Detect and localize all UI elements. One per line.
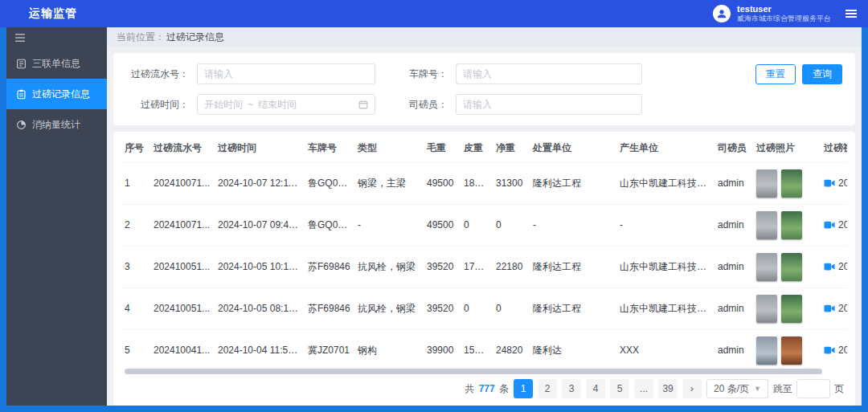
col-seq: 序号 xyxy=(121,135,150,162)
reset-button[interactable]: 重置 xyxy=(755,64,796,84)
page-size-select[interactable]: 20 条/页 ▼ xyxy=(706,379,768,398)
page-button-more[interactable]: ... xyxy=(634,379,653,398)
pie-chart-icon xyxy=(16,120,27,130)
weigh-photo-1[interactable] xyxy=(756,337,777,365)
sidebar-item-label: 三联单信息 xyxy=(32,57,80,71)
operator-input[interactable] xyxy=(456,94,642,115)
col-gross: 毛重 xyxy=(424,135,461,162)
cell-gross: 49500 xyxy=(424,204,461,246)
sidebar-collapse-icon[interactable] xyxy=(6,27,107,48)
weigh-photo-1[interactable] xyxy=(756,253,777,281)
cell-plate: 苏F69846 xyxy=(305,246,354,288)
cell-producer: - xyxy=(616,204,714,246)
page-button-3[interactable]: 3 xyxy=(562,379,581,398)
jump-prefix: 跳至 xyxy=(773,382,792,396)
cell-serial: 202410071... xyxy=(150,204,215,246)
clipboard-icon xyxy=(16,89,27,100)
cell-type: 钢构 xyxy=(354,329,424,367)
video-camera-icon xyxy=(824,304,835,313)
document-icon xyxy=(16,59,27,69)
page-button-5[interactable]: 5 xyxy=(610,379,629,398)
video-filename: 20241004... xyxy=(838,345,847,356)
breadcrumb-current: 过磅记录信息 xyxy=(166,31,224,44)
video-filename: 20241007... xyxy=(838,219,847,230)
table-row: 3 202410051... 2024-10-05 10:13:15 苏F698… xyxy=(121,246,847,288)
video-link[interactable]: 20241007... xyxy=(824,177,847,189)
cell-type: 钢梁，主梁 xyxy=(354,162,424,204)
cell-type: 抗风栓，钢梁 xyxy=(354,246,424,288)
cell-time: 2024-10-07 09:48:04 xyxy=(215,204,305,246)
avatar[interactable] xyxy=(713,5,731,22)
cell-gross: 39520 xyxy=(424,246,461,288)
username: testuser xyxy=(737,4,831,14)
photo-thumbnails xyxy=(756,169,817,198)
weigh-photo-2[interactable] xyxy=(781,295,802,323)
cell-gross: 39520 xyxy=(424,288,461,329)
sidebar-item-trip-ticket[interactable]: 三联单信息 xyxy=(6,48,107,79)
col-time: 过磅时间 xyxy=(215,135,305,162)
video-link[interactable]: 20241004... xyxy=(824,345,847,356)
query-button[interactable]: 查询 xyxy=(802,64,842,84)
end-time-placeholder: 结束时间 xyxy=(258,98,297,112)
top-header: 运输监管 testuser 威海市城市综合管理服务平台 xyxy=(0,0,868,27)
video-link[interactable]: 20241007... xyxy=(824,219,847,230)
page-button-2[interactable]: 2 xyxy=(538,379,557,398)
weigh-photo-1[interactable] xyxy=(756,211,777,239)
weigh-records-table-card: 序号 过磅流水号 过磅时间 车牌号 类型 毛重 皮重 净重 处置单位 产生单位 xyxy=(113,132,855,406)
col-operator: 司磅员 xyxy=(714,135,753,162)
cell-seq: 4 xyxy=(121,288,150,329)
weigh-photo-2[interactable] xyxy=(781,169,802,198)
col-producer: 产生单位 xyxy=(616,135,714,162)
table-viewport: 序号 过磅流水号 过磅时间 车牌号 类型 毛重 皮重 净重 处置单位 产生单位 xyxy=(121,135,847,367)
plate-input[interactable] xyxy=(456,63,642,84)
cell-time: 2024-10-07 12:11:13 xyxy=(215,162,305,204)
col-net: 净重 xyxy=(493,135,530,162)
sidebar-item-consumption-stats[interactable]: 消纳量统计 xyxy=(6,109,107,140)
cell-net: 0 xyxy=(493,288,530,329)
jump-page-input[interactable] xyxy=(796,379,830,398)
col-video: 过磅视频 xyxy=(821,135,847,162)
page-button-4[interactable]: 4 xyxy=(586,379,605,398)
page-button-1[interactable]: 1 xyxy=(514,379,533,398)
time-range-input[interactable]: 开始时间 ~ 结束时间 xyxy=(197,94,375,115)
table-row: 4 202410051... 2024-10-05 08:13:58 苏F698… xyxy=(121,288,847,329)
cell-disposal: 隆利达 xyxy=(530,329,616,367)
cell-time: 2024-10-05 10:13:15 xyxy=(215,246,305,288)
photo-thumbnails xyxy=(756,253,817,281)
next-page-button[interactable]: › xyxy=(682,379,702,398)
calendar-icon xyxy=(358,100,368,109)
weigh-photo-1[interactable] xyxy=(756,295,777,323)
table-header-row: 序号 过磅流水号 过磅时间 车牌号 类型 毛重 皮重 净重 处置单位 产生单位 xyxy=(121,135,847,162)
filter-buttons: 重置 查询 xyxy=(755,64,842,84)
video-link[interactable]: 20241005... xyxy=(824,303,847,314)
weigh-photo-2[interactable] xyxy=(781,337,802,365)
chevron-down-icon: ▼ xyxy=(754,385,761,393)
hamburger-menu-icon[interactable] xyxy=(845,10,857,18)
serial-input[interactable] xyxy=(197,63,375,84)
cell-operator: admin xyxy=(714,288,753,329)
video-link[interactable]: 20241005... xyxy=(824,261,847,272)
sidebar-item-weigh-records[interactable]: 过磅记录信息 xyxy=(6,79,107,109)
weigh-photo-1[interactable] xyxy=(756,169,777,198)
operator-label: 司磅员： xyxy=(399,98,448,112)
col-photos: 过磅照片 xyxy=(753,135,821,162)
col-disposal: 处置单位 xyxy=(530,135,616,162)
pagination: 共 777 条 1 2 3 4 5 ... 39 › 20 条/页 ▼ xyxy=(121,375,847,402)
total-prefix: 共 xyxy=(465,383,474,394)
range-separator: ~ xyxy=(248,99,253,110)
cell-type: 抗风栓，钢梁 xyxy=(354,288,424,329)
cell-plate: 鲁GQ02... xyxy=(305,204,354,246)
photo-thumbnails xyxy=(756,295,817,323)
page-button-39[interactable]: 39 xyxy=(658,379,678,398)
app-root: 运输监管 testuser 威海市城市综合管理服务平台 三联单信息 xyxy=(0,0,868,412)
cell-seq: 5 xyxy=(121,329,150,367)
weigh-photo-2[interactable] xyxy=(781,253,802,281)
cell-serial: 202410071... xyxy=(150,162,215,204)
cell-seq: 2 xyxy=(121,204,150,246)
weigh-photo-2[interactable] xyxy=(781,211,802,239)
cell-serial: 202410041... xyxy=(150,329,215,367)
horizontal-scrollbar[interactable] xyxy=(125,369,822,374)
horizontal-scrollbar-track xyxy=(121,367,847,375)
page-size-value: 20 条/页 xyxy=(714,382,749,396)
cell-serial: 202410051... xyxy=(150,246,215,288)
